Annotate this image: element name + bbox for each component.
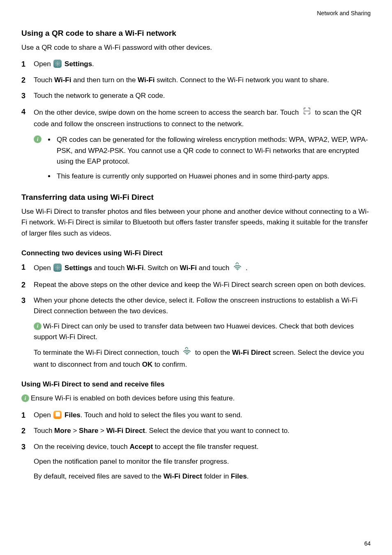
step-text: Touch the network to generate a QR code. bbox=[34, 92, 165, 99]
page-category: Network and Sharing bbox=[21, 9, 371, 18]
section-heading-qr: Using a QR code to share a Wi-Fi network bbox=[21, 27, 371, 39]
info-icon: i bbox=[21, 394, 29, 402]
step-text: > bbox=[98, 427, 106, 435]
bold-wifi: Wi-Fi bbox=[127, 264, 143, 272]
info-bullet: QR codes can be generated for the follow… bbox=[55, 134, 371, 167]
step-3: On the receiving device, touch Accept to… bbox=[21, 442, 371, 482]
settings-app-icon bbox=[53, 60, 62, 68]
step-1: Open Files. Touch and hold to select the… bbox=[21, 410, 371, 421]
section-intro-wifidirect: Use Wi-Fi Direct to transfer photos and … bbox=[21, 206, 371, 239]
step-text: Open bbox=[34, 60, 53, 68]
step-text: folder in bbox=[202, 472, 231, 480]
bold-wifidirect: Wi-Fi Direct bbox=[164, 472, 202, 480]
step-text: switch. Connect to the Wi-Fi network you… bbox=[155, 76, 329, 84]
subheading-sendreceive: Using Wi-Fi Direct to send and receive f… bbox=[21, 379, 371, 390]
svg-rect-1 bbox=[304, 111, 311, 111]
step-4: On the other device, swipe down on the h… bbox=[21, 106, 371, 182]
step-text: and then turn on the bbox=[71, 76, 138, 84]
steps-qr: Open Settings. Touch Wi-Fi and then turn… bbox=[21, 59, 371, 182]
info-icon: i bbox=[34, 135, 42, 143]
step-text: Repeat the above steps on the other devi… bbox=[34, 281, 366, 289]
svg-point-0 bbox=[57, 63, 58, 65]
step-text: When your phone detects the other device… bbox=[34, 295, 371, 317]
svg-point-2 bbox=[57, 267, 58, 268]
scan-icon bbox=[302, 106, 311, 119]
svg-point-4 bbox=[187, 354, 187, 355]
bold-accept: Accept bbox=[129, 443, 153, 451]
step-text: . Switch on bbox=[144, 264, 180, 272]
info-inline: iWi-Fi Direct can only be used to transf… bbox=[34, 321, 371, 343]
files-app-icon bbox=[53, 411, 62, 419]
subheading-connect: Connecting two devices using Wi-Fi Direc… bbox=[21, 248, 371, 259]
terminate-paragraph: To terminate the Wi-Fi Direct connection… bbox=[34, 347, 371, 370]
step-text: . bbox=[246, 264, 248, 272]
step-3: When your phone detects the other device… bbox=[21, 295, 371, 370]
info-text: Ensure Wi-Fi is enabled on both devices … bbox=[31, 394, 235, 402]
bold-files: Files bbox=[231, 472, 247, 480]
step-text: and touch bbox=[197, 264, 231, 272]
step-text: Touch bbox=[34, 427, 54, 435]
step-2: Touch Wi-Fi and then turn on the Wi-Fi s… bbox=[21, 75, 371, 86]
section-heading-wifidirect: Transferring data using Wi-Fi Direct bbox=[21, 191, 371, 203]
step-text: Open the notification panel to monitor t… bbox=[34, 456, 371, 467]
info-icon: i bbox=[34, 322, 42, 330]
svg-point-3 bbox=[237, 270, 238, 271]
section-intro-qr: Use a QR code to share a Wi-Fi password … bbox=[21, 42, 371, 53]
step-text: On the receiving device, touch bbox=[34, 443, 129, 451]
info-inline: iEnsure Wi-Fi is enabled on both devices… bbox=[21, 393, 371, 404]
bold-wifi: Wi-Fi bbox=[54, 76, 71, 84]
step-text: On the other device, swipe down on the h… bbox=[34, 108, 301, 116]
step-text: and touch bbox=[92, 264, 127, 272]
page-number: 64 bbox=[364, 539, 371, 548]
bold-wifi: Wi-Fi bbox=[180, 264, 197, 272]
step-text: Touch bbox=[34, 76, 54, 84]
bold-wifidirect: Wi-Fi Direct bbox=[232, 349, 271, 356]
bold-files: Files bbox=[65, 411, 81, 419]
info-text: Wi-Fi Direct can only be used to transfe… bbox=[34, 322, 354, 341]
info-bullet: This feature is currently only supported… bbox=[55, 171, 371, 182]
step-1: Open Settings. bbox=[21, 59, 371, 69]
step-text: By default, received files are saved to … bbox=[34, 472, 164, 480]
info-block-qr: i QR codes can be generated for the foll… bbox=[34, 134, 371, 182]
step-text: . Touch and hold to select the files you… bbox=[81, 411, 242, 419]
step-text: Open bbox=[34, 411, 53, 419]
bold-ok: OK bbox=[142, 361, 153, 368]
step-text: to accept the file transfer request. bbox=[153, 443, 258, 451]
bold-settings: Settings bbox=[65, 264, 92, 272]
step-text: To terminate the Wi-Fi Direct connection… bbox=[34, 349, 181, 356]
step-text: > bbox=[71, 427, 79, 435]
bold-wifidirect: Wi-Fi Direct bbox=[106, 427, 145, 435]
wifi-direct-icon bbox=[182, 347, 191, 359]
step-text: . bbox=[92, 60, 94, 68]
step-text: . Select the device that you want to con… bbox=[145, 427, 290, 435]
bold-more: More bbox=[54, 427, 71, 435]
step-1: Open Settings and touch Wi-Fi. Switch on… bbox=[21, 262, 371, 274]
wifi-direct-icon bbox=[233, 262, 242, 274]
steps-sendreceive: Open Files. Touch and hold to select the… bbox=[21, 410, 371, 482]
step-text: to open the bbox=[195, 349, 232, 356]
step-text: Open bbox=[34, 264, 53, 272]
step-3: Touch the network to generate a QR code. bbox=[21, 90, 371, 101]
bold-share: Share bbox=[79, 427, 98, 435]
step-text: to confirm. bbox=[152, 361, 187, 368]
step-2: Repeat the above steps on the other devi… bbox=[21, 280, 371, 290]
bold-settings: Settings bbox=[65, 60, 92, 68]
step-text: By default, received files are saved to … bbox=[34, 471, 371, 482]
settings-app-icon bbox=[53, 264, 62, 272]
bold-wifi: Wi-Fi bbox=[138, 76, 154, 84]
step-text: . bbox=[247, 472, 249, 480]
step-2: Touch More > Share > Wi-Fi Direct. Selec… bbox=[21, 426, 371, 436]
steps-connect: Open Settings and touch Wi-Fi. Switch on… bbox=[21, 262, 371, 370]
